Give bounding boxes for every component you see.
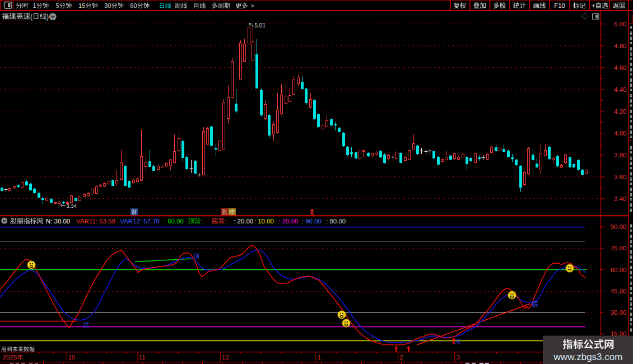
svg-text:: 60.00: : 60.00: [164, 218, 184, 225]
svg-text:VAR12: 57.78: VAR12: 57.78: [120, 218, 160, 225]
svg-text:15: 15: [78, 2, 85, 9]
svg-text:5: 5: [56, 2, 59, 9]
svg-text:): ): [46, 13, 49, 21]
svg-text:4.20: 4.20: [614, 108, 626, 115]
svg-text:: 20.00: : 20.00: [234, 218, 253, 225]
svg-text:3.60: 3.60: [614, 174, 626, 180]
svg-text:1: 1: [318, 354, 321, 361]
svg-text:www.zbgs3.com: www.zbgs3.com: [553, 352, 623, 362]
svg-text:3.40: 3.40: [614, 195, 626, 202]
svg-text:10: 10: [68, 354, 75, 361]
svg-text:: -: : -: [225, 218, 230, 225]
svg-text:: 80.00: : 80.00: [326, 218, 346, 225]
svg-text:1: 1: [33, 2, 36, 9]
svg-text:3.34: 3.34: [67, 203, 77, 209]
svg-text:: 20.00: : 20.00: [278, 218, 298, 225]
svg-text:30.00: 30.00: [611, 309, 627, 316]
svg-text:11: 11: [139, 354, 146, 361]
svg-text:4.80: 4.80: [614, 43, 626, 49]
svg-text:(: (: [30, 13, 32, 21]
svg-text:5.01: 5.01: [255, 22, 266, 29]
svg-text:45.00: 45.00: [611, 288, 627, 295]
svg-text:: 90.00: : 90.00: [302, 218, 322, 225]
svg-text:F10: F10: [554, 2, 565, 9]
svg-text:90.00: 90.00: [611, 223, 627, 230]
svg-text:2025: 2025: [3, 354, 17, 361]
svg-text:75.00: 75.00: [611, 245, 627, 251]
svg-text:12: 12: [222, 354, 229, 361]
svg-text:4.60: 4.60: [614, 64, 626, 71]
svg-text:4.00: 4.00: [614, 130, 626, 137]
svg-text:>: >: [251, 3, 254, 9]
svg-text:2: 2: [399, 354, 403, 361]
svg-text:60: 60: [130, 2, 137, 9]
svg-text:30: 30: [104, 2, 111, 9]
svg-text:VAR11: 53.58: VAR11: 53.58: [76, 218, 115, 225]
svg-text:5.00: 5.00: [614, 21, 626, 27]
svg-text:3: 3: [457, 354, 460, 361]
svg-text:N: 30.00: N: 30.00: [46, 218, 70, 225]
svg-text:: 10.00: : 10.00: [254, 218, 274, 225]
svg-text:4.40: 4.40: [614, 86, 626, 93]
svg-text:+: +: [592, 2, 595, 9]
svg-text:-: -: [203, 218, 205, 225]
svg-text:60.00: 60.00: [611, 267, 627, 273]
svg-text:3.80: 3.80: [614, 152, 626, 158]
